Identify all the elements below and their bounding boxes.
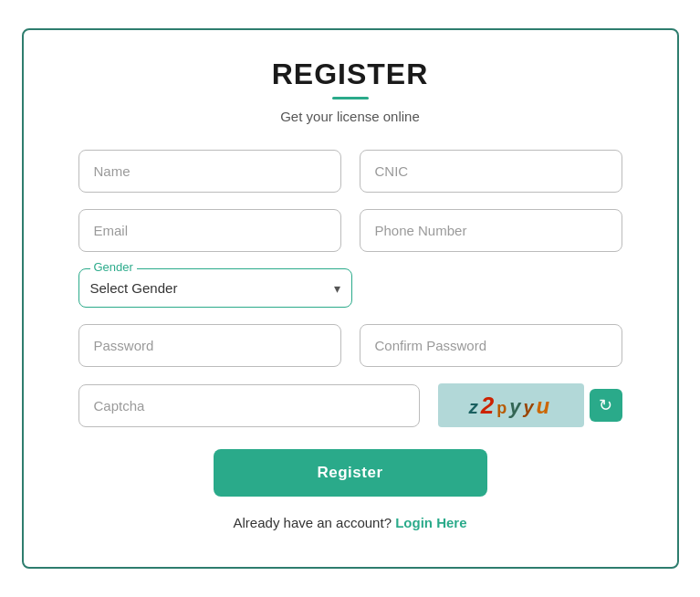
gender-section: Gender Select Gender Male Female Other ▾ [78,268,622,308]
email-field [78,209,341,252]
register-button[interactable]: Register [214,449,487,497]
gender-label: Gender [90,260,137,274]
subtitle: Get your license online [78,109,622,124]
captcha-input[interactable] [78,384,420,427]
title-underline [332,97,369,100]
password-field [78,324,341,367]
login-prompt: Already have an account? Login Here [78,515,622,530]
gender-wrapper: Gender Select Gender Male Female Other ▾ [78,268,352,308]
cnic-field [360,150,622,193]
confirm-password-field [360,324,622,367]
email-phone-row [78,209,622,252]
name-field [78,150,341,193]
name-input[interactable] [78,150,341,193]
name-cnic-row [78,150,622,193]
password-row [78,324,622,367]
password-input[interactable] [78,324,341,367]
cnic-input[interactable] [360,150,622,193]
captcha-row: z2pyyu ↻ [78,383,622,427]
already-text: Already have an account? [234,515,392,530]
confirm-password-input[interactable] [360,324,622,367]
page-title: REGISTER [78,58,622,91]
gender-select[interactable]: Select Gender Male Female Other [90,271,340,305]
captcha-visual: z2pyyu ↻ [438,383,622,427]
captcha-input-wrap [78,384,420,427]
email-input[interactable] [78,209,341,252]
register-form-container: REGISTER Get your license online Gender … [22,28,679,569]
captcha-display: z2pyyu [469,392,553,420]
captcha-refresh-button[interactable]: ↻ [590,389,622,422]
login-link[interactable]: Login Here [395,515,466,530]
phone-input[interactable] [360,209,622,252]
captcha-image: z2pyyu [438,383,584,427]
phone-field [360,209,622,252]
refresh-icon: ↻ [599,395,612,415]
